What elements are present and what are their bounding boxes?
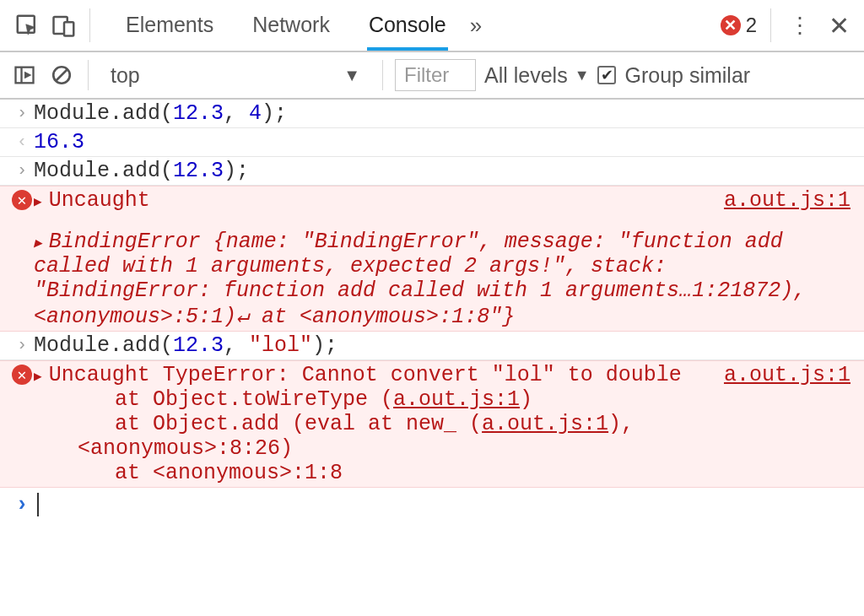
console-input-row: › Module.add(12.3, 4); (0, 100, 864, 128)
disclosure-triangle-icon[interactable]: ▶ (34, 193, 42, 210)
stack-frame: at Object.add (eval at new_ (a.out.js:1)… (34, 412, 850, 436)
svg-line-6 (57, 70, 68, 81)
error-source-link[interactable]: a.out.js:1 (724, 188, 850, 213)
inspect-element-icon[interactable] (8, 7, 46, 44)
devtools-tabs: Elements Network Console (124, 1, 448, 51)
console-error-row: ✕ ▶ Uncaught a.out.js:1 ▶BindingError {n… (0, 186, 864, 332)
input-prompt-icon: › (10, 493, 34, 517)
svg-rect-2 (64, 22, 73, 35)
error-source-link[interactable]: a.out.js:1 (724, 363, 850, 387)
context-label: top (111, 63, 140, 88)
error-count: 2 (746, 14, 757, 37)
toggle-sidebar-icon[interactable] (10, 61, 39, 89)
log-levels-selector[interactable]: All levels ▼ (484, 63, 589, 88)
text-caret (37, 493, 39, 516)
group-similar-label: Group similar (624, 63, 750, 88)
error-uncaught-label: Uncaught (49, 188, 150, 213)
tab-elements[interactable]: Elements (124, 1, 215, 51)
chevron-down-icon: ▼ (575, 67, 590, 84)
checkbox-checked-icon: ✔ (597, 66, 616, 84)
disclosure-triangle-icon[interactable]: ▶ (34, 368, 42, 387)
filter-input[interactable]: Filter (395, 59, 476, 91)
close-devtools-icon[interactable]: ✕ (822, 11, 856, 41)
separator (89, 8, 90, 42)
group-similar-toggle[interactable]: ✔ Group similar (597, 63, 750, 88)
error-icon: ✕ (12, 365, 32, 385)
input-prompt-icon: › (17, 103, 28, 126)
separator (382, 60, 383, 90)
code[interactable]: Module.add(12.3); (34, 159, 864, 183)
console-input-row: › Module.add(12.3, "lol"); (0, 332, 864, 360)
input-prompt-icon: › (17, 160, 28, 183)
error-icon: ✕ (721, 15, 741, 35)
console-output: › Module.add(12.3, 4); ‹ 16.3 › Module.a… (0, 100, 864, 517)
settings-menu-icon[interactable]: ⋮ (785, 13, 815, 39)
error-message: Uncaught TypeError: Cannot convert "lol"… (49, 363, 710, 387)
error-icon: ✕ (12, 190, 32, 210)
filter-placeholder: Filter (404, 63, 449, 87)
chevron-down-icon: ▼ (343, 66, 360, 85)
separator (770, 8, 771, 42)
tab-network[interactable]: Network (251, 1, 332, 51)
console-prompt-row[interactable]: › (0, 488, 864, 517)
clear-console-icon[interactable] (47, 61, 76, 89)
result-value[interactable]: 16.3 (34, 130, 864, 154)
levels-label: All levels (484, 63, 568, 88)
stack-frame: at <anonymous>:1:8 (34, 461, 850, 485)
console-output-row: ‹ 16.3 (0, 128, 864, 157)
output-prompt-icon: ‹ (17, 132, 28, 154)
input-prompt-icon: › (17, 335, 28, 358)
error-object[interactable]: ▶BindingError {name: "BindingError", mes… (34, 213, 850, 329)
stack-source-link[interactable]: a.out.js:1 (393, 387, 520, 412)
stack-source-link[interactable]: a.out.js:1 (482, 412, 608, 436)
execution-context-selector[interactable]: top ▼ (100, 63, 370, 88)
tab-console[interactable]: Console (367, 1, 448, 51)
code[interactable]: Module.add(12.3, 4); (34, 101, 864, 126)
console-error-row: ✕ ▶ Uncaught TypeError: Cannot convert "… (0, 360, 864, 488)
separator (88, 60, 89, 90)
toggle-device-toolbar-icon[interactable] (46, 7, 83, 44)
stack-frame: <anonymous>:8:26) (34, 436, 850, 461)
console-toolbar: top ▼ Filter All levels ▼ ✔ Group simila… (0, 52, 864, 100)
disclosure-triangle-icon[interactable]: ▶ (34, 235, 42, 251)
devtools-tabbar: Elements Network Console » ✕ 2 ⋮ ✕ (0, 0, 864, 52)
code[interactable]: Module.add(12.3, "lol"); (34, 333, 864, 358)
more-tabs-chevron-icon[interactable]: » (470, 13, 482, 39)
console-input-row: › Module.add(12.3); (0, 157, 864, 186)
error-count-badge[interactable]: ✕ 2 (721, 14, 757, 37)
stack-frame: at Object.toWireType (a.out.js:1) (34, 387, 850, 412)
